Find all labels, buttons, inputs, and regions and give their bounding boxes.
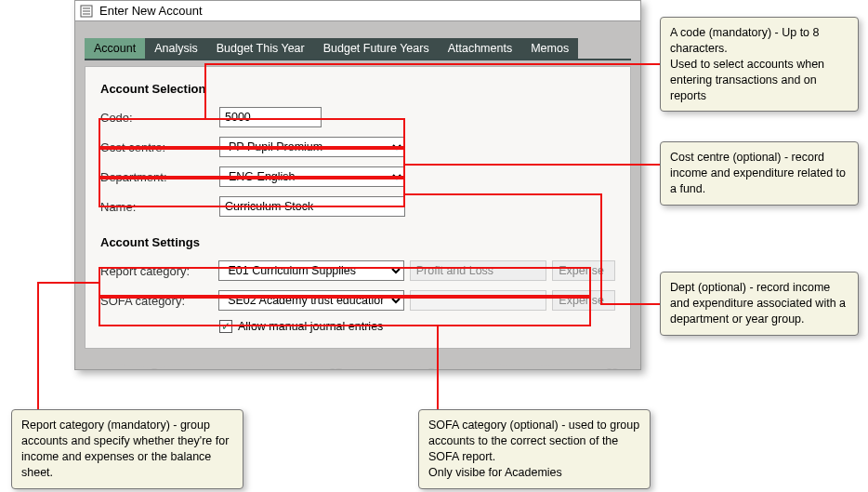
callout-code: A code (mandatory) - Up to 8 characters.… xyxy=(660,17,859,112)
window-body: Account Analysis Budget This Year Budget… xyxy=(75,21,640,358)
callout-cost-centre: Cost centre (optional) - record income a… xyxy=(660,141,859,206)
cost-centre-label: Cost centre: xyxy=(100,140,219,154)
leader-report-v xyxy=(37,282,39,409)
tab-budget-this-year[interactable]: Budget This Year xyxy=(207,38,314,59)
name-label: Name: xyxy=(100,200,219,214)
row-allow-journals: ✓ Allow manual journal entries xyxy=(219,320,615,333)
torn-edge xyxy=(75,358,640,369)
sofa-blank-readonly xyxy=(410,290,546,311)
profit-loss-readonly: Profit and Loss xyxy=(410,260,546,281)
code-field[interactable] xyxy=(219,107,322,127)
sofa-category-label: SOFA category: xyxy=(100,294,218,308)
row-report-category: Report category: E01 Curriculum Supplies… xyxy=(100,259,615,283)
name-field[interactable] xyxy=(219,196,405,217)
row-cost-centre: Cost centre: PP Pupil Premium xyxy=(100,135,615,159)
account-selection-heading: Account Selection xyxy=(100,82,615,96)
row-sofa-category: SOFA category: SE02 Academy trust educat… xyxy=(100,288,615,312)
department-label: Department: xyxy=(100,170,219,184)
form-icon xyxy=(79,4,94,19)
sofa-category-select[interactable]: SE02 Academy trust educational op xyxy=(218,290,404,311)
report-category-label: Report category: xyxy=(100,264,218,278)
callout-department: Dept (optional) - record income and expe… xyxy=(660,272,859,336)
callout-report-category: Report category (mandatory) - group acco… xyxy=(11,409,243,489)
code-label: Code: xyxy=(100,111,219,125)
row-code: Code: xyxy=(100,105,615,129)
enter-new-account-window: Enter New Account Account Analysis Budge… xyxy=(74,0,641,370)
window-title: Enter New Account xyxy=(99,4,203,18)
tab-analysis[interactable]: Analysis xyxy=(145,38,207,59)
tab-bar: Account Analysis Budget This Year Budget… xyxy=(85,38,631,60)
report-category-select[interactable]: E01 Curriculum Supplies xyxy=(218,260,403,281)
cost-centre-select[interactable]: PP Pupil Premium xyxy=(219,137,405,157)
tab-account[interactable]: Account xyxy=(85,38,145,59)
allow-journals-checkbox[interactable]: ✓ xyxy=(219,320,232,333)
expense-readonly-1: Expense xyxy=(552,260,615,281)
callout-sofa-category: SOFA category (optional) - used to group… xyxy=(418,409,651,489)
row-name: Name: xyxy=(100,194,615,219)
tab-budget-future-years[interactable]: Budget Future Years xyxy=(314,38,439,59)
allow-journals-label: Allow manual journal entries xyxy=(238,320,383,333)
row-department: Department: ENG English xyxy=(100,165,615,189)
tab-memos[interactable]: Memos xyxy=(521,38,578,59)
expense-readonly-2: Expense xyxy=(552,290,615,311)
department-select[interactable]: ENG English xyxy=(219,166,405,187)
account-panel: Account Selection Code: Cost centre: PP … xyxy=(85,66,631,349)
titlebar: Enter New Account xyxy=(75,1,640,21)
account-settings-heading: Account Settings xyxy=(100,235,615,249)
tab-attachments[interactable]: Attachments xyxy=(439,38,521,59)
